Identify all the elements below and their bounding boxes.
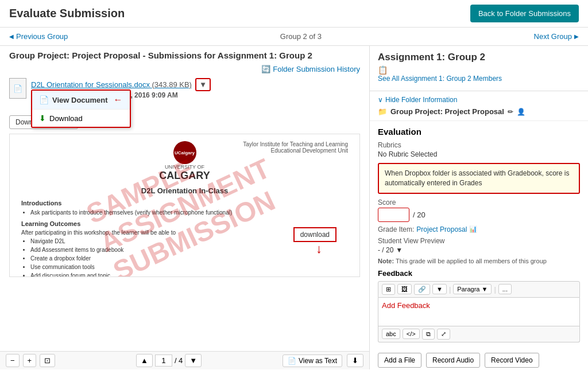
grade-item-link[interactable]: Project Proposal bbox=[416, 225, 467, 233]
assignment-title: Assignment 1: Group 2 bbox=[378, 52, 580, 63]
add-feedback-link[interactable]: Add Feedback bbox=[382, 301, 430, 310]
page-total: / 4 bbox=[175, 356, 183, 365]
folder-icon: 📁 bbox=[378, 107, 387, 116]
code-view-button[interactable]: </> bbox=[403, 329, 420, 339]
file-dropdown-button[interactable]: ▼ bbox=[195, 78, 211, 91]
insert-link-button[interactable]: 🔗 bbox=[414, 284, 430, 295]
right-panel: Assignment 1: Group 2 📋 See All Assignme… bbox=[370, 46, 588, 369]
feedback-text-area[interactable]: Add Feedback bbox=[378, 298, 580, 326]
student-view-value: - / 20 ▼ bbox=[378, 246, 580, 254]
student-view-row: Student View Preview - / 20 ▼ bbox=[378, 237, 580, 254]
evaluation-section: Evaluation Rubrics No Rubric Selected Wh… bbox=[370, 121, 588, 348]
insert-image-button[interactable]: 🖼 bbox=[397, 284, 412, 294]
outcome-item: Add Assessment items to gradebook bbox=[30, 246, 348, 254]
rubrics-row: Rubrics No Rubric Selected bbox=[378, 141, 580, 158]
view-as-text-button[interactable]: 📄 View as Text bbox=[283, 354, 342, 367]
download-item[interactable]: ⬇ Download bbox=[32, 110, 130, 127]
grade-item-row: Grade Item: Project Proposal 📊 bbox=[378, 225, 580, 233]
left-panel: Group Project: Project Proposal - Submis… bbox=[0, 46, 370, 369]
document-preview: Taylor Institute for Teaching and Learni… bbox=[9, 134, 360, 277]
page-header: Evaluate Submission Back to Folder Submi… bbox=[0, 0, 588, 28]
right-panel-header: Assignment 1: Group 2 📋 See All Assignme… bbox=[370, 46, 588, 91]
university-logo: UCalgary bbox=[173, 141, 196, 164]
arrow-right-icon: ← bbox=[114, 95, 123, 105]
link-dropdown-button[interactable]: ▼ bbox=[432, 284, 447, 294]
fit-page-button[interactable]: ⊡ bbox=[40, 354, 55, 367]
university-logo-section: UCalgary UNIVERSITY OF CALGARY bbox=[159, 141, 210, 182]
user-icon: 👤 bbox=[517, 108, 525, 116]
download-file-button[interactable]: ⬇ bbox=[347, 354, 363, 367]
submission-header: 🔄 Folder Submission History bbox=[9, 65, 360, 73]
toolbar-separator: | bbox=[449, 285, 451, 294]
outcome-item: Use communication tools bbox=[30, 263, 348, 271]
view-document-item[interactable]: 📄 View Document ← bbox=[32, 91, 130, 110]
document-bottom-bar: − + ⊡ ▲ / 4 ▼ 📄 View as Text ⬇ bbox=[0, 351, 369, 369]
document-icon: 📄 bbox=[13, 84, 22, 93]
view-document-icon: 📄 bbox=[39, 95, 49, 104]
score-max: / 20 bbox=[413, 211, 425, 219]
edit-icon[interactable]: ✏ bbox=[508, 108, 513, 116]
group-info: Group 2 of 3 bbox=[280, 32, 322, 41]
zoom-controls: − + ⊡ bbox=[6, 354, 55, 367]
back-to-folder-button[interactable]: Back to Folder Submissions bbox=[470, 5, 579, 22]
download-arrow-icon: ↓ bbox=[316, 241, 322, 256]
folder-info-row: 📁 Group Project: Project Proposal ✏ 👤 bbox=[378, 107, 580, 116]
next-group-top-button[interactable]: Next Group bbox=[534, 32, 579, 41]
expand-button[interactable]: ⤢ bbox=[437, 329, 450, 340]
prev-page-button[interactable]: ▲ bbox=[136, 354, 153, 367]
folder-history-link[interactable]: 🔄 Folder Submission History bbox=[261, 65, 360, 73]
record-audio-button[interactable]: Record Audio bbox=[426, 353, 480, 368]
refresh-icon: 🔄 bbox=[261, 65, 270, 73]
download-annotation-box: download bbox=[293, 227, 336, 242]
record-video-button[interactable]: Record Video bbox=[485, 353, 539, 368]
submission-content: Group Project: Project Proposal - Submis… bbox=[0, 46, 369, 351]
feedback-label: Feedback bbox=[378, 269, 580, 278]
score-label: Score bbox=[378, 198, 580, 207]
feedback-toolbar: ⊞ 🖼 🔗 ▼ | Paragra ▼ | ... bbox=[378, 281, 580, 298]
gradebook-tooltip: When Dropbox folder is associated with G… bbox=[378, 163, 580, 194]
doc-title: D2L Orientation In-Class bbox=[141, 186, 228, 195]
bottom-right-controls: 📄 View as Text ⬇ bbox=[283, 354, 363, 367]
download-icon: ⬇ bbox=[39, 114, 46, 123]
student-view-dropdown-icon[interactable]: ▼ bbox=[396, 246, 403, 254]
file-buttons-row: Add a File Record Audio Record Video bbox=[370, 348, 588, 369]
next-page-button[interactable]: ▼ bbox=[185, 354, 202, 367]
spellcheck-button[interactable]: abc bbox=[382, 329, 400, 339]
text-view-icon: 📄 bbox=[288, 357, 296, 365]
more-options-button[interactable]: ... bbox=[498, 284, 512, 294]
score-row: / 20 bbox=[378, 208, 580, 222]
page-number-input[interactable] bbox=[155, 354, 172, 367]
assignment-icon: 📋 bbox=[378, 65, 388, 75]
toolbar-separator-2: | bbox=[494, 285, 496, 294]
zoom-in-button[interactable]: + bbox=[23, 354, 37, 367]
paragraph-style-button[interactable]: Paragra ▼ bbox=[453, 284, 492, 294]
outcome-item: Add discussion forum and topic bbox=[30, 271, 348, 277]
page-title: Evaluate Submission bbox=[9, 7, 125, 20]
feedback-bottom-toolbar: abc </> ⧉ ⤢ bbox=[378, 326, 580, 342]
file-dropdown-menu: 📄 View Document ← ⬇ Download bbox=[31, 89, 131, 128]
note-row: Note: This grade will be applied to all … bbox=[378, 258, 580, 264]
copy-button[interactable]: ⧉ bbox=[422, 329, 435, 340]
see-all-members-link[interactable]: See All Assignment 1: Group 2 Members bbox=[378, 75, 580, 83]
file-icon: 📄 bbox=[9, 78, 26, 99]
evaluation-title: Evaluation bbox=[378, 127, 580, 137]
doc-right-header: Taylor Institute for Teaching and Learni… bbox=[243, 141, 348, 154]
hide-folder-toggle[interactable]: ∨ Hide Folder Information bbox=[378, 96, 580, 104]
zoom-out-button[interactable]: − bbox=[6, 354, 20, 367]
chevron-down-icon: ∨ bbox=[378, 96, 383, 104]
previous-group-button[interactable]: Previous Group bbox=[9, 32, 68, 41]
add-file-button[interactable]: Add a File bbox=[378, 353, 421, 368]
grade-item-label: Grade Item: bbox=[378, 225, 414, 233]
grade-bar-icon: 📊 bbox=[469, 225, 477, 233]
page-navigation: ▲ / 4 ▼ bbox=[136, 354, 202, 367]
group-navigation-bar: Previous Group Group 2 of 3 Next Group bbox=[0, 28, 588, 46]
main-content: Group Project: Project Proposal - Submis… bbox=[0, 46, 588, 369]
insert-table-button[interactable]: ⊞ bbox=[382, 284, 395, 295]
folder-info-section: ∨ Hide Folder Information 📁 Group Projec… bbox=[370, 91, 588, 121]
folder-name: Group Project: Project Proposal bbox=[390, 107, 504, 116]
file-row: 📄 D2L Orientation for Sessionals.docx (3… bbox=[9, 78, 360, 111]
file-name-link[interactable]: D2L Orientation for Sessionals.docx (343… bbox=[31, 80, 192, 89]
outcome-item: Create a dropbox folder bbox=[30, 254, 348, 263]
score-input[interactable] bbox=[378, 208, 409, 222]
submission-title: Group Project: Project Proposal - Submis… bbox=[9, 50, 360, 60]
